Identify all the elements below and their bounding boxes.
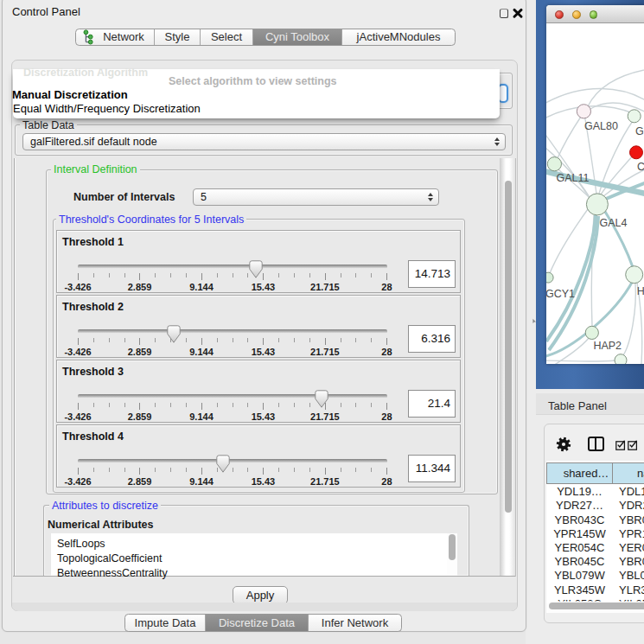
svg-text:GAL4: GAL4 [600, 217, 628, 229]
svg-text:G…: G… [635, 125, 644, 137]
svg-text:GAL80: GAL80 [584, 120, 618, 132]
svg-text:GAL11: GAL11 [557, 172, 590, 184]
svg-text:HAP2: HAP2 [593, 340, 622, 352]
svg-text:GCY1: GCY1 [546, 288, 575, 300]
svg-text:C: C [637, 161, 644, 173]
svg-text:H: H [637, 285, 644, 297]
